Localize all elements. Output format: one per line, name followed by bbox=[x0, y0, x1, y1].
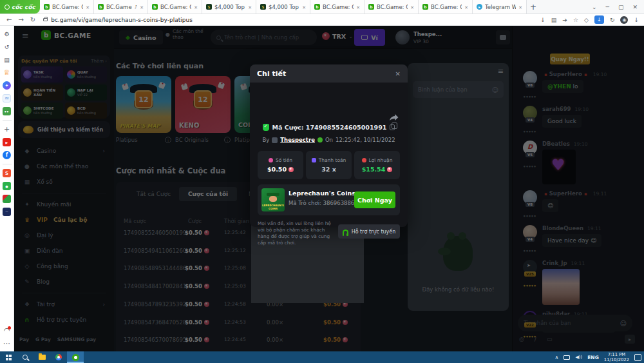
coccoc-menu-button[interactable]: cốc cốc bbox=[0, 0, 40, 14]
taskbar-clock[interactable]: 7:11 PM11/10/2022 bbox=[604, 352, 629, 363]
url-box[interactable]: bc.game/vi/game/leprechaun-s-coins-by-pl… bbox=[43, 17, 193, 23]
window-controls: ⌄ ─ ▢ ✕ bbox=[592, 0, 644, 14]
game-code-row: Mã Trò chơi: 386963886 bbox=[289, 200, 363, 206]
modal-body: Mã Cược: 1749085524605001991 By Thespect… bbox=[250, 83, 408, 227]
game-thumbnail[interactable]: LEPRECHAUN'S COINS bbox=[261, 188, 285, 211]
zalo-icon[interactable] bbox=[3, 94, 11, 103]
tray-expand-icon[interactable]: ∧ bbox=[555, 355, 559, 360]
new-tab-button[interactable]: + bbox=[527, 0, 540, 14]
minimize-button[interactable]: ─ bbox=[606, 4, 609, 10]
side-rail-apps bbox=[3, 30, 12, 216]
stat-label: Số tiền bbox=[276, 157, 292, 163]
volume-icon[interactable]: ◀)) bbox=[575, 355, 582, 360]
shop-green-icon[interactable] bbox=[3, 182, 11, 190]
modal-close-icon[interactable]: ✕ bbox=[395, 70, 401, 77]
profile-avatar-icon[interactable]: ◉ bbox=[620, 16, 628, 24]
bookmark-star-icon[interactable]: ☆ bbox=[573, 17, 578, 23]
bell-icon[interactable] bbox=[3, 326, 11, 335]
browser-tab[interactable]: Telegram Web bbox=[473, 0, 527, 14]
save-page-icon[interactable]: ↓ bbox=[540, 17, 545, 23]
language-indicator[interactable]: ENG bbox=[587, 355, 599, 360]
browser-tab[interactable]: BC.Game: Crypto bbox=[148, 0, 202, 14]
action-center-icon[interactable] bbox=[634, 354, 641, 361]
lock-icon bbox=[43, 18, 48, 21]
browser-tab[interactable]: BC.Game: Crypto bbox=[365, 0, 419, 14]
tab-title: BC.Game: Crypto bbox=[377, 4, 408, 10]
forward-icon[interactable]: → bbox=[18, 16, 23, 23]
crown-icon[interactable] bbox=[3, 68, 11, 77]
stat-value: $15.54 bbox=[362, 166, 393, 173]
tab-favicon bbox=[477, 4, 482, 10]
downloads-tray-icon[interactable]: ↓ bbox=[634, 17, 639, 23]
live-support-button[interactable]: Hỗ trợ trực tuyến bbox=[338, 224, 400, 239]
settings-icon[interactable] bbox=[3, 30, 11, 38]
tab-close-icon[interactable] bbox=[302, 4, 306, 10]
download-manager-icon[interactable]: ↓ bbox=[594, 15, 604, 24]
divider-icon[interactable] bbox=[3, 164, 12, 164]
game-title: Leprechaun's Coins bbox=[289, 190, 355, 197]
stat-label: Lợi nhuận bbox=[369, 157, 393, 163]
file-explorer-icon[interactable] bbox=[33, 351, 50, 363]
divider-icon[interactable] bbox=[3, 120, 12, 121]
tab-close-icon[interactable] bbox=[356, 4, 360, 10]
browser-tab[interactable]: $4,000 Top Tier bbox=[202, 0, 256, 14]
tab-title: BC.Game: Crypto bbox=[52, 4, 83, 10]
tab-close-icon[interactable] bbox=[518, 4, 522, 10]
news-icon[interactable] bbox=[3, 55, 11, 64]
tab-favicon bbox=[368, 4, 374, 10]
close-button[interactable]: ✕ bbox=[632, 4, 638, 10]
tab-favicon bbox=[206, 4, 212, 10]
gamepad-icon[interactable] bbox=[3, 107, 11, 115]
browser-tab[interactable]: BC.Game: Crypto bbox=[40, 0, 94, 14]
browser-tab[interactable]: $4,000 Top Tier bbox=[256, 0, 310, 14]
more-icon[interactable] bbox=[3, 339, 11, 348]
adblock-shield-icon[interactable]: ◇ bbox=[584, 17, 589, 23]
taskbar-search-icon[interactable] bbox=[17, 351, 33, 363]
tab-close-icon[interactable] bbox=[86, 4, 90, 10]
browser-tab[interactable]: BC.Game: Crypto bbox=[419, 0, 473, 14]
translate-icon[interactable]: ▤ bbox=[551, 17, 557, 23]
maximize-button[interactable]: ▢ bbox=[618, 4, 624, 10]
facebook-icon[interactable] bbox=[3, 151, 11, 159]
frog-emoji-icon bbox=[317, 137, 323, 142]
gem-icon bbox=[387, 167, 392, 172]
copy-icon[interactable] bbox=[390, 124, 395, 130]
back-icon[interactable]: ← bbox=[6, 16, 12, 23]
browser-tab[interactable]: BC.Game: Cry ♪ bbox=[94, 0, 148, 14]
share-bet-icon[interactable] bbox=[389, 113, 399, 121]
chrome-icon[interactable] bbox=[50, 351, 67, 363]
tab-close-icon[interactable] bbox=[194, 4, 198, 10]
play-now-button[interactable]: Chơi Ngay bbox=[354, 191, 395, 208]
tab-close-icon[interactable] bbox=[140, 4, 144, 10]
tab-close-icon[interactable] bbox=[410, 4, 414, 10]
url-text[interactable]: bc.game/vi/game/leprechaun-s-coins-by-pl… bbox=[51, 17, 193, 23]
modal-title: Chi tiết bbox=[257, 70, 286, 78]
tab-title: $4,000 Top Tier bbox=[214, 4, 245, 10]
messenger-icon[interactable] bbox=[3, 81, 11, 90]
stat-card: Thanh toán 32 x bbox=[306, 151, 352, 179]
shop-holiday-icon[interactable] bbox=[3, 195, 11, 203]
network-icon[interactable] bbox=[564, 355, 570, 360]
bettor-username[interactable]: Thespectre bbox=[280, 137, 315, 143]
coccoc-taskbar-icon[interactable] bbox=[67, 351, 84, 363]
history-icon[interactable] bbox=[3, 43, 11, 51]
browser-tab-bar: cốc cốc BC.Game: Crypto BC.Game: Cry ♪ B… bbox=[0, 0, 644, 14]
tab-search-icon[interactable]: ⌄ bbox=[592, 4, 597, 10]
start-button[interactable] bbox=[0, 351, 17, 363]
bet-stats-row: Số tiền $0.50 Thanh toán 32 x Lợi nhuận … bbox=[258, 151, 400, 179]
stat-card: Số tiền $0.50 bbox=[258, 151, 303, 179]
stat-icon bbox=[312, 158, 316, 162]
tab-close-icon[interactable] bbox=[464, 4, 468, 10]
tab-close-icon[interactable] bbox=[248, 4, 252, 10]
youtube-icon[interactable] bbox=[3, 138, 11, 146]
plus-icon[interactable] bbox=[3, 125, 11, 133]
reload-icon[interactable]: ↻ bbox=[30, 16, 35, 23]
bet-details-modal: Chi tiết ✕ Mã Cược: 1749085524605001991 … bbox=[250, 64, 408, 227]
share-icon[interactable]: ➔ bbox=[562, 17, 567, 23]
stat-value: $0.50 bbox=[267, 166, 294, 173]
browser-tab[interactable]: BC.Game: Crypto bbox=[310, 0, 365, 14]
sync-icon[interactable]: ↻ bbox=[610, 17, 615, 23]
shop-orange-icon[interactable] bbox=[3, 169, 11, 177]
app-navy-icon[interactable] bbox=[3, 208, 11, 216]
stat-label-row: Thanh toán bbox=[312, 157, 346, 163]
